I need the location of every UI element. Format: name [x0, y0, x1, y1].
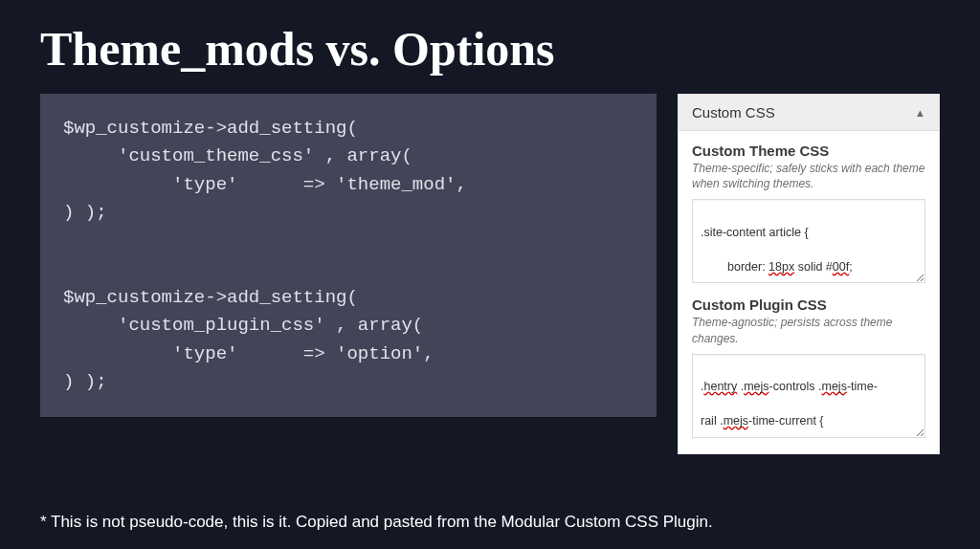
custom-plugin-css-desc: Theme-agnostic; persists across theme ch…	[692, 315, 925, 345]
custom-theme-css-label: Custom Theme CSS	[692, 143, 925, 159]
custom-plugin-css-input[interactable]: .hentry .mejs-controls .mejs-time- rail …	[692, 354, 925, 438]
code-block: $wp_customize->add_setting( 'custom_them…	[40, 94, 657, 417]
panel-header-title: Custom CSS	[692, 104, 775, 121]
custom-theme-css-desc: Theme-specific; safely sticks with each …	[692, 161, 925, 191]
slide-title: Theme_mods vs. Options	[0, 0, 980, 77]
custom-plugin-css-label: Custom Plugin CSS	[692, 296, 925, 313]
panel-header[interactable]: Custom CSS ▲	[679, 95, 939, 131]
customizer-panel: Custom CSS ▲ Custom Theme CSS Theme-spec…	[678, 94, 940, 454]
footnote: * This is not pseudo-code, this is it. C…	[40, 513, 713, 532]
collapse-icon: ▲	[915, 107, 925, 119]
custom-theme-css-input[interactable]: .site-content article { border: 18px sol…	[692, 199, 925, 283]
